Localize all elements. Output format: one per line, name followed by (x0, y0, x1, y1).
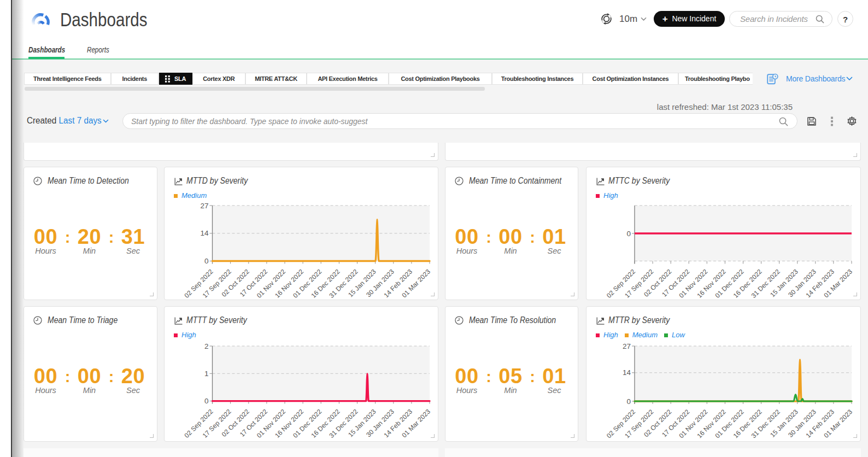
svg-text:27: 27 (200, 202, 208, 210)
svg-text:27: 27 (623, 342, 631, 350)
svg-text:0: 0 (626, 397, 631, 406)
svg-text:0: 0 (204, 257, 209, 265)
svg-text:0: 0 (626, 230, 631, 238)
svg-text:14: 14 (200, 229, 209, 237)
svg-text:2: 2 (204, 342, 209, 350)
svg-text:1: 1 (204, 370, 209, 378)
svg-text:0: 0 (204, 397, 209, 405)
svg-text:14: 14 (623, 368, 631, 377)
